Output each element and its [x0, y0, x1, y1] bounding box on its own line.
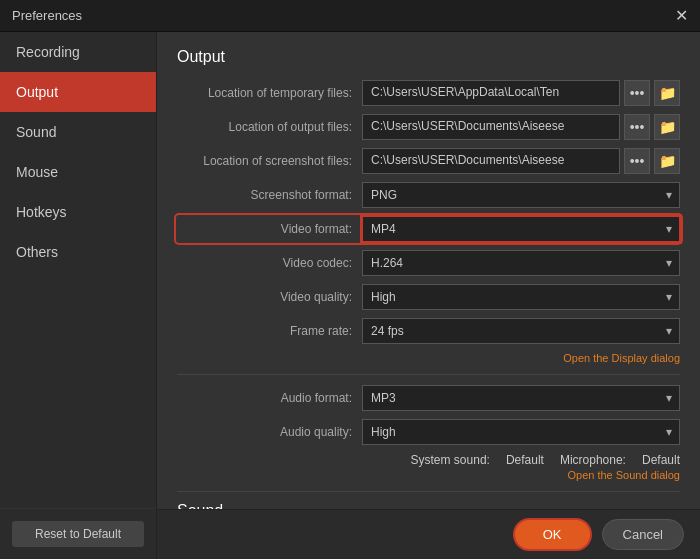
sidebar-item-hotkeys[interactable]: Hotkeys: [0, 192, 156, 232]
screenshot-files-label: Location of screenshot files:: [177, 154, 362, 168]
video-quality-select[interactable]: High Medium Low: [362, 284, 680, 310]
screenshot-files-folder-btn[interactable]: 📁: [654, 148, 680, 174]
temp-files-input[interactable]: C:\Users\USER\AppData\Local\Ten: [362, 80, 620, 106]
audio-format-select[interactable]: MP3 AAC M4A OGG: [362, 385, 680, 411]
audio-quality-select[interactable]: High Medium Low: [362, 419, 680, 445]
video-codec-wrapper: H.264 H.265 MPEG-4 VP8: [362, 250, 680, 276]
section-divider-2: [177, 491, 680, 492]
video-format-label: Video format:: [177, 222, 362, 236]
sidebar-item-mouse[interactable]: Mouse: [0, 152, 156, 192]
title-label: Preferences: [12, 8, 82, 23]
temp-files-row: Location of temporary files: C:\Users\US…: [177, 80, 680, 106]
video-quality-label: Video quality:: [177, 290, 362, 304]
sidebar-item-output[interactable]: Output: [0, 72, 156, 112]
audio-format-row: Audio format: MP3 AAC M4A OGG: [177, 385, 680, 411]
titlebar: Preferences ✕: [0, 0, 700, 32]
audio-quality-wrapper: High Medium Low: [362, 419, 680, 445]
video-codec-row: Video codec: H.264 H.265 MPEG-4 VP8: [177, 250, 680, 276]
output-files-dots-btn[interactable]: •••: [624, 114, 650, 140]
temp-files-dots-btn[interactable]: •••: [624, 80, 650, 106]
temp-files-control: C:\Users\USER\AppData\Local\Ten ••• 📁: [362, 80, 680, 106]
frame-rate-select[interactable]: 24 fps 25 fps 30 fps 60 fps: [362, 318, 680, 344]
output-section-title: Output: [177, 48, 680, 66]
screenshot-format-row: Screenshot format: PNG JPG BMP: [177, 182, 680, 208]
output-files-folder-btn[interactable]: 📁: [654, 114, 680, 140]
action-bar: OK Cancel: [157, 509, 700, 559]
sound-dialog-link[interactable]: Open the Sound dialog: [177, 469, 680, 481]
video-codec-control: H.264 H.265 MPEG-4 VP8: [362, 250, 680, 276]
video-format-control: MP4 AVI MOV FLV MKV: [362, 216, 680, 242]
sound-dialog-link-row: Open the Sound dialog: [177, 469, 680, 481]
section-divider-1: [177, 374, 680, 375]
video-quality-wrapper: High Medium Low: [362, 284, 680, 310]
output-files-input[interactable]: C:\Users\USER\Documents\Aiseese: [362, 114, 620, 140]
temp-files-folder-btn[interactable]: 📁: [654, 80, 680, 106]
output-files-row: Location of output files: C:\Users\USER\…: [177, 114, 680, 140]
frame-rate-label: Frame rate:: [177, 324, 362, 338]
reset-to-default-button[interactable]: Reset to Default: [12, 521, 144, 547]
frame-rate-row: Frame rate: 24 fps 25 fps 30 fps 60 fps: [177, 318, 680, 344]
audio-quality-row: Audio quality: High Medium Low: [177, 419, 680, 445]
close-button[interactable]: ✕: [675, 8, 688, 24]
screenshot-format-control: PNG JPG BMP: [362, 182, 680, 208]
system-sound-value: Default: [506, 453, 544, 467]
sidebar-item-others[interactable]: Others: [0, 232, 156, 272]
temp-files-label: Location of temporary files:: [177, 86, 362, 100]
sidebar-bottom: Reset to Default: [0, 508, 156, 559]
audio-format-control: MP3 AAC M4A OGG: [362, 385, 680, 411]
frame-rate-control: 24 fps 25 fps 30 fps 60 fps: [362, 318, 680, 344]
screenshot-files-input[interactable]: C:\Users\USER\Documents\Aiseese: [362, 148, 620, 174]
video-codec-select[interactable]: H.264 H.265 MPEG-4 VP8: [362, 250, 680, 276]
screenshot-files-control: C:\Users\USER\Documents\Aiseese ••• 📁: [362, 148, 680, 174]
frame-rate-wrapper: 24 fps 25 fps 30 fps 60 fps: [362, 318, 680, 344]
screenshot-format-wrapper: PNG JPG BMP: [362, 182, 680, 208]
microphone-value: Default: [642, 453, 680, 467]
video-format-select[interactable]: MP4 AVI MOV FLV MKV: [362, 216, 680, 242]
ok-button[interactable]: OK: [513, 518, 592, 551]
display-dialog-link[interactable]: Open the Display dialog: [177, 352, 680, 364]
output-files-label: Location of output files:: [177, 120, 362, 134]
screenshot-files-row: Location of screenshot files: C:\Users\U…: [177, 148, 680, 174]
system-mic-row: System sound: Default Microphone: Defaul…: [177, 453, 680, 467]
sidebar-item-recording[interactable]: Recording: [0, 32, 156, 72]
sidebar-item-sound[interactable]: Sound: [0, 112, 156, 152]
video-codec-label: Video codec:: [177, 256, 362, 270]
audio-quality-control: High Medium Low: [362, 419, 680, 445]
video-format-row: Video format: MP4 AVI MOV FLV MKV: [177, 216, 680, 242]
microphone-label: Microphone:: [560, 453, 626, 467]
sidebar: Recording Output Sound Mouse Hotkeys Oth…: [0, 32, 157, 559]
audio-format-wrapper: MP3 AAC M4A OGG: [362, 385, 680, 411]
system-sound-label: System sound:: [411, 453, 490, 467]
content-inner: Output Location of temporary files: C:\U…: [177, 48, 680, 559]
main-layout: Recording Output Sound Mouse Hotkeys Oth…: [0, 32, 700, 559]
screenshot-format-label: Screenshot format:: [177, 188, 362, 202]
content-area: Output Location of temporary files: C:\U…: [157, 32, 700, 559]
screenshot-format-select[interactable]: PNG JPG BMP: [362, 182, 680, 208]
display-dialog-link-row: Open the Display dialog: [177, 352, 680, 364]
video-quality-control: High Medium Low: [362, 284, 680, 310]
cancel-button[interactable]: Cancel: [602, 519, 684, 550]
screenshot-files-dots-btn[interactable]: •••: [624, 148, 650, 174]
audio-quality-label: Audio quality:: [177, 425, 362, 439]
output-files-control: C:\Users\USER\Documents\Aiseese ••• 📁: [362, 114, 680, 140]
video-quality-row: Video quality: High Medium Low: [177, 284, 680, 310]
video-format-wrapper: MP4 AVI MOV FLV MKV: [362, 216, 680, 242]
audio-format-label: Audio format:: [177, 391, 362, 405]
